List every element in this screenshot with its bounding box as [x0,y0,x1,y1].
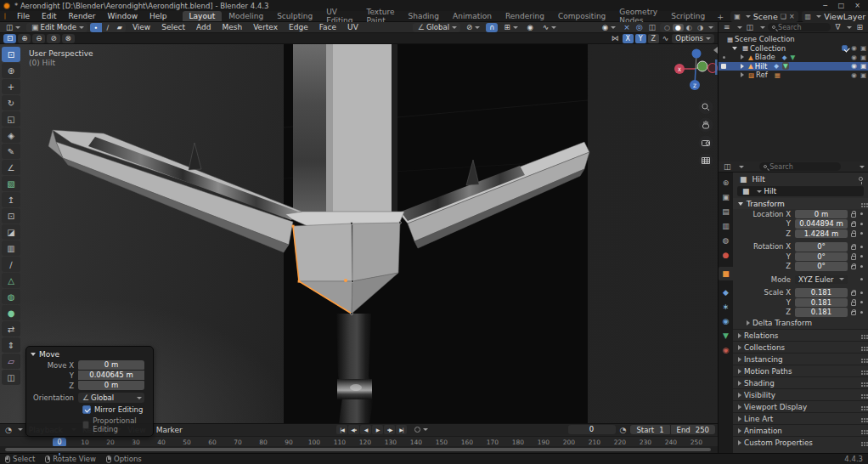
transform-value-field[interactable]: 1.4284 m [795,229,848,239]
hide-eye-icon[interactable]: ◉ [851,71,857,79]
tool-annotate[interactable]: ✎ [2,144,20,159]
transform-value-field[interactable]: 0° [795,252,848,262]
outliner-search[interactable] [768,23,831,31]
properties-tab-scene[interactable]: ◍ [719,234,733,247]
shading-wireframe-button[interactable]: ○ [662,24,673,31]
new-scene-icon[interactable]: ❏ [781,13,786,20]
panel-drag-handle[interactable] [861,203,863,205]
properties-tab-physics[interactable]: ◉ [719,314,733,328]
transform-value-field[interactable]: 0 m [795,210,848,219]
properties-tab-output[interactable]: ▤ [719,205,733,218]
play-button[interactable]: ▶ [372,425,383,434]
mode-dropdown[interactable]: ▣Edit Mode [26,23,87,32]
menu-edit[interactable]: Edit [37,12,61,20]
hide-eye-icon[interactable]: ◉ [851,62,857,70]
menu-uv[interactable]: UV [343,23,363,31]
transform-panel-header[interactable]: Transform [733,198,868,209]
gizmos-toggle[interactable]: × [622,23,632,31]
hide-eye-icon[interactable]: ◉ [851,44,857,52]
panel-drag-handle[interactable] [861,335,863,337]
tool-scale[interactable]: ◱ [2,111,20,127]
panel-line-art[interactable]: Line Art [733,412,868,424]
transform-value-field[interactable]: 0.181 [795,298,848,308]
hide-eye-icon[interactable]: ◉ [851,54,857,61]
animate-decorator-icon[interactable] [860,223,863,225]
lock-icon[interactable] [851,265,856,269]
tool-transform[interactable]: ◈ [2,127,20,143]
tool-spin[interactable]: ◍ [2,289,20,304]
tool-select-box[interactable]: ⊡ [2,47,20,62]
proportional-editing-row[interactable]: Proportional Editing [82,416,149,433]
menu-add[interactable]: Add [192,23,215,31]
perspective-toggle-button[interactable] [699,154,713,168]
move-z-field[interactable]: 0 m [78,381,144,390]
tool-add-cube[interactable]: ▧ [2,176,20,191]
timeline-ruler[interactable]: 0 10203040506070809010011012013014015016… [0,436,718,447]
move-y-field[interactable]: 0.040645 m [78,371,144,380]
menu-view[interactable]: View [128,23,155,31]
lock-icon[interactable] [851,213,856,218]
outliner-row-hilt[interactable]: ▲ Hilt ◆ ▼ ◉▣ [719,62,868,71]
panel-drag-handle[interactable] [861,359,863,360]
animate-decorator-icon[interactable] [860,246,863,248]
tab-shading[interactable]: Shading [401,11,446,21]
new-collection-icon[interactable]: ⊞ [854,23,865,31]
mirror-editing-row[interactable]: Mirror Editing [82,405,149,414]
panel-drag-handle[interactable] [861,371,863,372]
timeline-editor-icon[interactable]: ◔ [3,426,14,434]
disable-render-icon[interactable]: ▣ [860,62,866,70]
disable-render-icon[interactable]: ▣ [860,44,866,52]
camera-view-button[interactable] [699,136,713,150]
add-workspace-button[interactable]: + [712,12,729,21]
properties-tab-modifiers[interactable]: ◆ [719,286,733,299]
viewlayer-selector[interactable]: ▥ ViewLayer ❏ [802,11,868,22]
snap-base-icon[interactable]: ∿ [661,34,671,42]
animate-decorator-icon[interactable] [860,278,863,280]
panel-custom-properties[interactable]: Custom Properties [733,436,868,448]
properties-tab-object[interactable]: ■ [719,267,733,280]
properties-tab-particles[interactable]: ∗ [719,300,733,314]
animate-decorator-icon[interactable] [860,232,863,235]
scene-selector[interactable]: ▣ Scene ❏ × [730,11,798,22]
tool-smooth[interactable]: ● [2,305,20,320]
properties-search[interactable] [759,162,841,171]
face-select-button[interactable]: ▰ [114,23,126,32]
menu-face[interactable]: Face [315,23,341,31]
lock-icon[interactable] [851,311,856,315]
menu-help[interactable]: Help [144,12,172,20]
panel-delta-transform[interactable]: Delta Transform [733,317,868,329]
lock-icon[interactable] [851,223,856,227]
frame-end-field[interactable]: End250 [671,425,715,434]
tool-loop-cut[interactable]: ▥ [2,240,20,256]
menu-vertex[interactable]: Vertex [249,23,282,31]
shading-solid-button[interactable]: ● [673,24,684,31]
stopwatch-icon[interactable]: ◔ [618,426,628,434]
properties-tab-view-layer[interactable]: ▥ [719,219,733,233]
panel-viewport-display[interactable]: Viewport Display [733,400,868,412]
tool-extrude-region[interactable]: ↥ [2,192,20,207]
properties-tab-tool[interactable]: ⊛ [719,176,733,190]
maximize-button[interactable]: □ [834,2,848,9]
menu-file[interactable]: File [12,12,35,20]
tool-knife[interactable]: ∕ [2,257,20,272]
move-panel-header[interactable]: Move [31,349,149,359]
outliner-search-input[interactable] [778,24,826,31]
panel-drag-handle[interactable] [861,406,863,408]
blender-menu-icon[interactable] [4,13,6,20]
disable-render-icon[interactable]: ▣ [860,71,866,79]
menu-select[interactable]: Select [157,23,189,31]
lock-icon[interactable] [851,246,856,250]
tool-move[interactable]: + [2,79,20,94]
animate-decorator-icon[interactable] [860,311,863,314]
current-frame-field[interactable]: 0 [568,425,616,434]
shading-material-button[interactable]: ◐ [684,24,695,31]
options-dropdown[interactable]: Options [672,34,714,43]
jump-start-button[interactable]: |◀ [336,425,347,434]
gizmo-axis-ball[interactable] [692,49,702,59]
pin-icon[interactable] [859,177,863,181]
transform-value-field[interactable]: 0.044894 m [795,219,848,229]
panel-drag-handle[interactable] [861,394,863,396]
zoom-button[interactable] [699,100,713,115]
lock-icon[interactable] [851,233,856,237]
overlays-toggle[interactable]: ◎ [634,23,645,31]
